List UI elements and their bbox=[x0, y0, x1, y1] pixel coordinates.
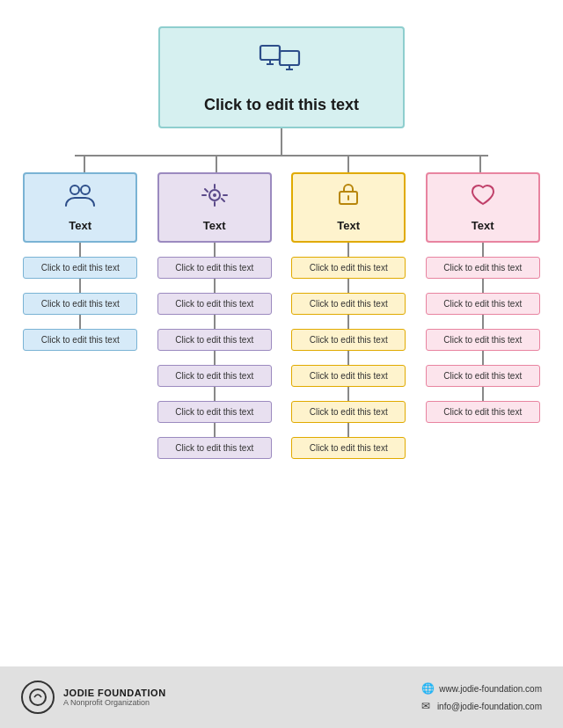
column-pink: Text Click to edit this text Click to ed… bbox=[420, 172, 546, 459]
svg-line-14 bbox=[205, 189, 208, 192]
footer-email: ✉ info@jodie-foundation.com bbox=[419, 699, 542, 713]
footer-org-sub: A Nonprofit Organization bbox=[63, 698, 166, 707]
footer-logo bbox=[21, 681, 55, 714]
col-pink-title: Text bbox=[472, 219, 494, 232]
col-yellow-title: Text bbox=[337, 219, 360, 232]
connector-purple-3 bbox=[214, 351, 216, 365]
column-blue: Text Click to edit this text Click to ed… bbox=[18, 172, 143, 459]
col-header-pink[interactable]: Text bbox=[426, 172, 540, 243]
root-node[interactable]: Click to edit this text bbox=[158, 26, 405, 128]
connector-yellow-1 bbox=[347, 279, 349, 293]
child-yellow-0[interactable]: Click to edit this text bbox=[291, 257, 406, 279]
connector-pink-2 bbox=[482, 315, 484, 329]
col-header-blue[interactable]: Text bbox=[23, 172, 137, 243]
tick-1 bbox=[18, 155, 150, 172]
child-blue-1[interactable]: Click to edit this text bbox=[23, 293, 137, 315]
child-pink-1[interactable]: Click to edit this text bbox=[426, 293, 540, 315]
website-icon: 🌐 bbox=[420, 681, 435, 695]
svg-point-6 bbox=[70, 186, 79, 194]
connector-blue-2 bbox=[79, 315, 81, 329]
child-purple-5[interactable]: Click to edit this text bbox=[157, 437, 272, 459]
connector-purple-4 bbox=[214, 387, 216, 401]
child-yellow-5[interactable]: Click to edit this text bbox=[291, 437, 406, 459]
footer-org-name: JODIE FOUNDATION bbox=[63, 688, 166, 698]
tick-3 bbox=[282, 155, 413, 172]
col-header-yellow[interactable]: Text bbox=[291, 172, 406, 243]
connector-pink-4 bbox=[482, 387, 484, 401]
root-title: Click to edit this text bbox=[204, 96, 359, 114]
child-yellow-1[interactable]: Click to edit this text bbox=[291, 293, 406, 315]
connector-yellow-5 bbox=[347, 423, 349, 437]
child-pink-3[interactable]: Click to edit this text bbox=[426, 365, 540, 387]
footer: JODIE FOUNDATION A Nonprofit Organizatio… bbox=[0, 666, 563, 728]
tick-4 bbox=[413, 155, 545, 172]
col-purple-icon bbox=[199, 183, 230, 214]
connector-purple-0 bbox=[214, 243, 216, 257]
connector-yellow-4 bbox=[347, 387, 349, 401]
top-connector-line bbox=[18, 155, 545, 172]
child-purple-2[interactable]: Click to edit this text bbox=[157, 329, 272, 351]
child-yellow-4[interactable]: Click to edit this text bbox=[291, 401, 406, 423]
columns-area: Text Click to edit this text Click to ed… bbox=[18, 172, 545, 459]
child-yellow-2[interactable]: Click to edit this text bbox=[291, 329, 406, 351]
child-purple-0[interactable]: Click to edit this text bbox=[157, 257, 272, 279]
connector-purple-5 bbox=[214, 423, 216, 437]
col-blue-title: Text bbox=[69, 219, 91, 232]
root-connector bbox=[281, 128, 282, 155]
footer-right: 🌐 www.jodie-foundation.com ✉ info@jodie-… bbox=[419, 681, 542, 713]
child-blue-0[interactable]: Click to edit this text bbox=[23, 257, 137, 279]
col-purple-title: Text bbox=[203, 219, 226, 232]
svg-point-18 bbox=[30, 689, 46, 705]
svg-point-7 bbox=[81, 186, 90, 194]
footer-website-text: www.jodie-foundation.com bbox=[439, 684, 542, 694]
connector-pink-0 bbox=[482, 243, 484, 257]
col-yellow-icon bbox=[333, 183, 364, 214]
connector-blue-1 bbox=[79, 279, 81, 293]
col-blue-icon bbox=[64, 183, 96, 214]
column-yellow: Text Click to edit this text Click to ed… bbox=[286, 172, 412, 459]
child-blue-2[interactable]: Click to edit this text bbox=[23, 329, 137, 351]
connector-pink-1 bbox=[482, 279, 484, 293]
footer-email-text: info@jodie-foundation.com bbox=[437, 702, 542, 711]
col-header-purple[interactable]: Text bbox=[157, 172, 272, 243]
svg-line-15 bbox=[222, 199, 224, 201]
footer-org-info: JODIE FOUNDATION A Nonprofit Organizatio… bbox=[63, 688, 166, 707]
svg-rect-0 bbox=[260, 46, 280, 60]
connector-yellow-0 bbox=[347, 243, 349, 257]
connector-purple-1 bbox=[214, 279, 216, 293]
footer-website: 🌐 www.jodie-foundation.com bbox=[420, 681, 542, 695]
root-icon bbox=[259, 44, 304, 89]
col-pink-icon bbox=[467, 183, 499, 214]
email-icon: ✉ bbox=[419, 699, 433, 713]
svg-point-13 bbox=[213, 193, 216, 197]
tick-2 bbox=[150, 155, 282, 172]
svg-rect-3 bbox=[280, 51, 299, 65]
child-pink-4[interactable]: Click to edit this text bbox=[426, 401, 540, 423]
connector-purple-2 bbox=[214, 315, 216, 329]
column-purple: Text Click to edit this text Click to ed… bbox=[152, 172, 278, 459]
child-pink-0[interactable]: Click to edit this text bbox=[426, 257, 540, 279]
child-pink-2[interactable]: Click to edit this text bbox=[426, 329, 540, 351]
child-purple-1[interactable]: Click to edit this text bbox=[157, 293, 272, 315]
footer-left: JODIE FOUNDATION A Nonprofit Organizatio… bbox=[21, 681, 166, 714]
child-purple-4[interactable]: Click to edit this text bbox=[157, 401, 272, 423]
connector-yellow-2 bbox=[347, 315, 349, 329]
main-content: Click to edit this text Text bbox=[0, 0, 563, 666]
connector-blue-0 bbox=[79, 243, 81, 257]
connector-pink-3 bbox=[482, 351, 484, 365]
child-yellow-3[interactable]: Click to edit this text bbox=[291, 365, 406, 387]
connector-yellow-3 bbox=[347, 351, 349, 365]
child-purple-3[interactable]: Click to edit this text bbox=[157, 365, 272, 387]
